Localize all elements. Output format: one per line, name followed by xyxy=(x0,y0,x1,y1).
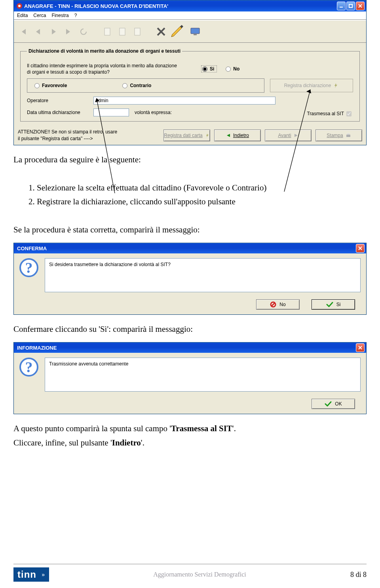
attention-line2: il pulsante "Registra dati carta" ----> xyxy=(18,135,160,142)
dialog-si-label: Si xyxy=(336,302,341,307)
titlebar: ANAGRAFE - TINN - RILASCIO NUOVA CARTA D… xyxy=(14,0,366,11)
prev-icon[interactable] xyxy=(31,25,46,39)
stop-icon xyxy=(270,301,276,308)
maximize-button[interactable] xyxy=(346,2,355,10)
radio-no[interactable]: No xyxy=(226,66,239,72)
indietro-button[interactable]: Indietro xyxy=(214,129,261,141)
svg-rect-2 xyxy=(340,7,343,8)
dialog-no-button[interactable]: No xyxy=(256,299,300,310)
app-icon xyxy=(16,3,23,9)
page-footer: tinn » Aggiornamento Servizi Demografici… xyxy=(13,564,367,582)
refresh-icon[interactable] xyxy=(76,25,91,39)
radio-si[interactable]: Si xyxy=(201,65,217,72)
dialog-conferma-close-button[interactable] xyxy=(356,244,365,253)
arrow-left-icon xyxy=(226,133,231,138)
check-icon xyxy=(325,401,332,407)
dialog-no-label: No xyxy=(279,302,285,307)
annotation-arrow-right xyxy=(283,86,314,193)
annotation-arrow-left xyxy=(95,95,119,194)
svg-line-16 xyxy=(272,303,275,306)
window-controls xyxy=(337,2,365,10)
close-button[interactable] xyxy=(356,2,365,10)
radio-contrario-input[interactable] xyxy=(122,83,127,88)
svg-rect-8 xyxy=(194,34,197,35)
radio-favorevole[interactable]: Favorevole xyxy=(34,83,67,88)
svg-rect-9 xyxy=(346,135,350,137)
radio-favorevole-label: Favorevole xyxy=(42,83,67,88)
printer-icon xyxy=(346,133,351,138)
toolbar xyxy=(14,20,366,43)
svg-point-1 xyxy=(18,5,21,7)
menu-cerca[interactable]: Cerca xyxy=(33,13,46,18)
indietro-label: Indietro xyxy=(233,133,249,138)
menu-edita[interactable]: Edita xyxy=(17,13,28,18)
data-dichiarazione-label: Data ultima dichiarazione xyxy=(27,110,90,115)
check-icon xyxy=(326,302,333,307)
doc3-icon[interactable] xyxy=(130,25,144,39)
dialog-ok-button[interactable]: OK xyxy=(312,399,355,409)
edit-pen-icon[interactable] xyxy=(169,23,187,41)
radio-no-label: No xyxy=(233,66,239,72)
step2-text: 2. Registrare la dichiarazione, cliccand… xyxy=(13,196,367,207)
monitor-icon[interactable] xyxy=(188,25,202,39)
doc2-icon[interactable] xyxy=(115,25,129,39)
question-mark-icon: ? xyxy=(19,358,38,377)
attention-text: ATTENZIONE!! Se non si stampa il retro, … xyxy=(18,129,160,141)
question-text: Il cittadino intende esprimere la propri… xyxy=(27,63,177,75)
dialog-informazione-close-button[interactable] xyxy=(356,343,365,352)
dialog-conferma-message: Si desidera trasmettere la dichiarazione… xyxy=(45,258,361,292)
dialog-informazione: INFORMAZIONE ? Trasmissione avvenuta cor… xyxy=(13,342,367,414)
chevron-icon: » xyxy=(42,571,45,578)
svg-line-13 xyxy=(284,89,310,192)
menubar: Edita Cerca Finestra ? xyxy=(14,11,366,20)
after-text: Se la procedura è stata corretta, compar… xyxy=(13,224,367,236)
radio-si-input[interactable] xyxy=(202,67,207,72)
svg-rect-5 xyxy=(120,28,125,35)
final2-text: Cliccare, infine, sul pulsante 'Indietro… xyxy=(13,437,367,449)
bolt-icon xyxy=(333,83,339,88)
dialog-informazione-title: INFORMAZIONE xyxy=(17,345,356,351)
final1-text: A questo punto comparirà la spunta sul c… xyxy=(13,423,367,434)
first-icon[interactable] xyxy=(16,25,30,39)
question-mark-icon: ? xyxy=(19,258,38,277)
tinn-logo: tinn » xyxy=(13,567,49,582)
dialog-conferma-titlebar: CONFERMA xyxy=(14,243,366,253)
radio-no-input[interactable] xyxy=(226,67,231,72)
svg-rect-6 xyxy=(135,28,140,35)
operatore-label: Operatore xyxy=(27,98,90,103)
dialog-informazione-titlebar: INFORMAZIONE xyxy=(14,343,366,353)
trasmessa-sit-checkbox[interactable] xyxy=(346,111,352,116)
doc1-icon[interactable] xyxy=(100,25,114,39)
attention-line1: ATTENZIONE!! Se non si stampa il retro, … xyxy=(18,129,160,135)
dialog-si-button[interactable]: Si xyxy=(312,299,355,310)
dialog-conferma-title: CONFERMA xyxy=(17,245,356,251)
radio-favorevole-input[interactable] xyxy=(34,83,40,88)
menu-finestra[interactable]: Finestra xyxy=(51,13,68,18)
footer-doc-title: Aggiornamento Servizi Demografici xyxy=(49,571,350,578)
svg-rect-4 xyxy=(104,28,110,35)
last-icon[interactable] xyxy=(61,25,76,39)
favorevole-contrario-box: Favorevole Contrario xyxy=(27,78,264,93)
delete-icon[interactable] xyxy=(154,25,168,39)
registra-dati-carta-label: Registra dati carta xyxy=(164,133,202,138)
bolt-icon xyxy=(205,133,210,138)
next-icon[interactable] xyxy=(46,25,61,39)
menu-help[interactable]: ? xyxy=(74,13,77,18)
minimize-button[interactable] xyxy=(337,2,346,10)
dialog-informazione-message: Trasmissione avvenuta correttamente xyxy=(45,358,361,392)
svg-marker-14 xyxy=(306,89,311,93)
confirm-text: Confermare cliccando su 'Sì': comparirà … xyxy=(13,323,367,335)
stampa-button[interactable]: Stampa xyxy=(315,129,362,141)
dialog-conferma: CONFERMA ? Si desidera trasmettere la di… xyxy=(13,243,367,315)
dialog-ok-label: OK xyxy=(335,401,342,407)
volonta-espressa-label: volontà espressa: xyxy=(135,110,172,115)
tinn-logo-text: tinn xyxy=(17,569,36,580)
operatore-input[interactable] xyxy=(93,97,276,105)
page-number: 8 di 8 xyxy=(350,571,367,579)
registra-dati-carta-button[interactable]: Registra dati carta xyxy=(163,129,210,141)
group-legend: Dichiarazione di volontà in merito alla … xyxy=(27,48,182,54)
radio-contrario[interactable]: Contrario xyxy=(122,83,151,88)
svg-rect-10 xyxy=(347,133,350,135)
radio-si-label: Si xyxy=(210,66,214,72)
radio-contrario-label: Contrario xyxy=(130,83,151,88)
